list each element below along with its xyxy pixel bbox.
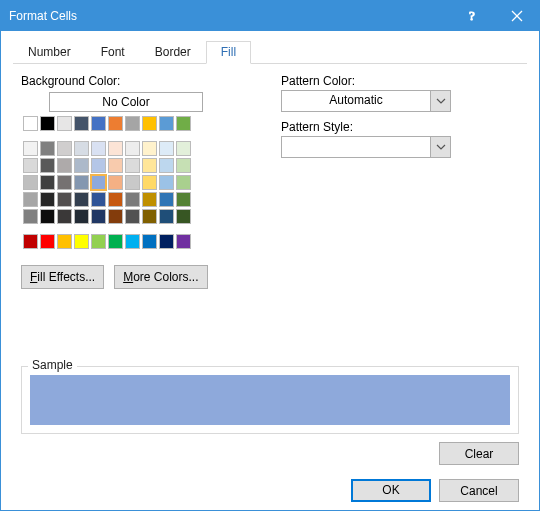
color-swatch[interactable]	[142, 175, 157, 190]
color-swatch[interactable]	[159, 175, 174, 190]
color-swatch[interactable]	[159, 141, 174, 156]
color-swatch[interactable]	[91, 192, 106, 207]
color-swatch[interactable]	[57, 175, 72, 190]
color-swatch[interactable]	[23, 158, 38, 173]
help-button[interactable]: ?	[449, 1, 494, 31]
color-swatch[interactable]	[74, 116, 89, 131]
tab-font[interactable]: Font	[86, 41, 140, 64]
titlebar: Format Cells ?	[1, 1, 539, 31]
color-swatch[interactable]	[74, 209, 89, 224]
color-swatch[interactable]	[176, 141, 191, 156]
color-swatch[interactable]	[176, 192, 191, 207]
pattern-color-combo[interactable]: Automatic	[281, 90, 451, 112]
cancel-button[interactable]: Cancel	[439, 479, 519, 502]
color-swatch[interactable]	[159, 209, 174, 224]
background-color-label: Background Color:	[21, 74, 251, 88]
color-swatch[interactable]	[23, 175, 38, 190]
color-swatch[interactable]	[176, 175, 191, 190]
color-swatch[interactable]	[74, 158, 89, 173]
tab-border[interactable]: Border	[140, 41, 206, 64]
color-swatch[interactable]	[91, 209, 106, 224]
color-swatch[interactable]	[74, 192, 89, 207]
color-swatch[interactable]	[57, 116, 72, 131]
color-swatch[interactable]	[57, 234, 72, 249]
sample-fieldset: Sample	[21, 366, 519, 434]
fill-effects-button[interactable]: Fill Effects...	[21, 265, 104, 289]
sample-label: Sample	[28, 358, 77, 372]
color-swatch[interactable]	[142, 192, 157, 207]
color-swatch[interactable]	[125, 209, 140, 224]
bottom-buttons: Clear OK Cancel	[13, 434, 527, 502]
color-swatch[interactable]	[57, 209, 72, 224]
color-swatch[interactable]	[125, 175, 140, 190]
color-swatch[interactable]	[159, 192, 174, 207]
tab-fill[interactable]: Fill	[206, 41, 251, 64]
color-swatch[interactable]	[57, 141, 72, 156]
tab-number[interactable]: Number	[13, 41, 86, 64]
color-swatch[interactable]	[125, 116, 140, 131]
color-swatch[interactable]	[57, 192, 72, 207]
color-swatch[interactable]	[40, 116, 55, 131]
more-colors-rest: ore Colors...	[133, 270, 198, 284]
pattern-style-value	[282, 137, 430, 157]
color-swatch[interactable]	[74, 175, 89, 190]
color-swatch[interactable]	[108, 175, 123, 190]
color-swatch[interactable]	[91, 234, 106, 249]
color-swatch[interactable]	[91, 141, 106, 156]
color-swatch[interactable]	[125, 234, 140, 249]
ok-button[interactable]: OK	[351, 479, 431, 502]
tab-strip: Number Font Border Fill	[13, 40, 527, 64]
color-swatch[interactable]	[125, 192, 140, 207]
color-swatch[interactable]	[159, 116, 174, 131]
color-swatch[interactable]	[142, 116, 157, 131]
color-swatch[interactable]	[108, 141, 123, 156]
color-swatch[interactable]	[125, 158, 140, 173]
color-swatch[interactable]	[159, 158, 174, 173]
color-swatch[interactable]	[57, 158, 72, 173]
color-swatch[interactable]	[142, 234, 157, 249]
color-swatch[interactable]	[142, 209, 157, 224]
color-palette	[23, 116, 251, 249]
window-title: Format Cells	[9, 9, 449, 23]
pattern-color-value: Automatic	[282, 91, 430, 111]
color-swatch[interactable]	[23, 192, 38, 207]
color-swatch[interactable]	[40, 192, 55, 207]
color-swatch[interactable]	[176, 234, 191, 249]
color-swatch[interactable]	[108, 158, 123, 173]
pattern-style-combo[interactable]	[281, 136, 451, 158]
left-column: Background Color: No Color Fill Effects.…	[21, 74, 251, 356]
color-swatch[interactable]	[176, 116, 191, 131]
color-swatch[interactable]	[142, 141, 157, 156]
clear-button[interactable]: Clear	[439, 442, 519, 465]
color-swatch[interactable]	[40, 158, 55, 173]
color-swatch[interactable]	[108, 116, 123, 131]
color-swatch[interactable]	[91, 116, 106, 131]
color-swatch[interactable]	[23, 141, 38, 156]
color-swatch[interactable]	[91, 158, 106, 173]
color-swatch[interactable]	[176, 209, 191, 224]
color-swatch[interactable]	[74, 141, 89, 156]
no-color-button[interactable]: No Color	[49, 92, 203, 112]
color-swatch[interactable]	[108, 192, 123, 207]
color-swatch[interactable]	[40, 141, 55, 156]
more-colors-button[interactable]: More Colors...	[114, 265, 207, 289]
color-swatch[interactable]	[74, 234, 89, 249]
color-swatch[interactable]	[91, 175, 106, 190]
fill-effects-rest: ill Effects...	[37, 270, 95, 284]
color-swatch[interactable]	[23, 116, 38, 131]
chevron-down-icon	[430, 91, 450, 111]
format-cells-dialog: Format Cells ? Number Font Border Fill B…	[0, 0, 540, 511]
color-swatch[interactable]	[142, 158, 157, 173]
color-swatch[interactable]	[108, 234, 123, 249]
sample-swatch	[30, 375, 510, 425]
close-button[interactable]	[494, 1, 539, 31]
color-swatch[interactable]	[23, 209, 38, 224]
color-swatch[interactable]	[23, 234, 38, 249]
color-swatch[interactable]	[176, 158, 191, 173]
color-swatch[interactable]	[108, 209, 123, 224]
color-swatch[interactable]	[125, 141, 140, 156]
color-swatch[interactable]	[40, 234, 55, 249]
color-swatch[interactable]	[40, 209, 55, 224]
color-swatch[interactable]	[40, 175, 55, 190]
color-swatch[interactable]	[159, 234, 174, 249]
